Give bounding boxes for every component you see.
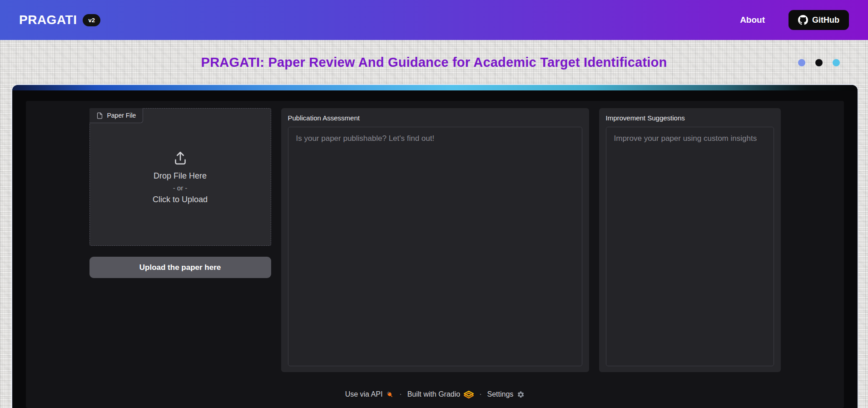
github-octocat-icon — [798, 15, 808, 25]
github-button[interactable]: GitHub — [789, 10, 849, 30]
built-with-gradio-link[interactable]: Built with Gradio — [407, 390, 474, 398]
upload-paper-button[interactable]: Upload the paper here — [89, 257, 271, 278]
plug-icon — [386, 391, 394, 398]
click-to-upload-link[interactable]: Click to Upload — [153, 195, 208, 204]
assessment-textbox[interactable] — [288, 127, 582, 366]
github-button-label: GitHub — [812, 15, 839, 25]
use-via-api-link[interactable]: Use via API — [345, 390, 394, 398]
assessment-panel: Publication Assessment — [281, 108, 589, 372]
assessment-column: Publication Assessment — [281, 108, 589, 372]
file-dropzone[interactable]: Paper File Drop File Here - or - Click t… — [89, 108, 271, 246]
gradio-footer: Use via API · Built with Gradio · Settin… — [26, 390, 844, 398]
built-with-gradio-label: Built with Gradio — [407, 390, 461, 398]
about-link[interactable]: About — [740, 15, 765, 25]
footer-separator: · — [399, 390, 402, 398]
file-block-label: Paper File — [89, 108, 144, 123]
settings-label: Settings — [487, 390, 514, 398]
page-title: PRAGATI: Paper Review And Guidance for A… — [201, 55, 667, 70]
file-icon — [96, 112, 103, 119]
black-dot — [815, 59, 823, 66]
drop-file-text: Drop File Here — [154, 171, 207, 181]
gradio-logo-icon — [464, 391, 474, 398]
periwinkle-dot — [798, 59, 805, 66]
gear-icon — [517, 391, 525, 398]
use-via-api-label: Use via API — [345, 390, 383, 398]
header-nav: About GitHub — [740, 10, 849, 30]
suggestions-textbox[interactable] — [606, 127, 774, 366]
app-inner-container: Paper File Drop File Here - or - Click t… — [26, 101, 844, 408]
title-row: PRAGATI: Paper Review And Guidance for A… — [0, 40, 868, 85]
cyan-dot — [833, 59, 840, 66]
suggestions-panel: Improvement Suggestions — [599, 108, 781, 372]
accent-gradient-bar — [12, 85, 858, 90]
footer-separator-2: · — [479, 390, 481, 398]
content-row: Paper File Drop File Here - or - Click t… — [89, 108, 781, 372]
header-bar: PRAGATI v2 About GitHub — [0, 0, 868, 40]
upload-tray-icon — [172, 150, 188, 166]
brand-group: PRAGATI v2 — [19, 13, 100, 27]
brand-logo: PRAGATI — [19, 13, 77, 27]
upload-column: Paper File Drop File Here - or - Click t… — [89, 108, 271, 372]
app-card: Paper File Drop File Here - or - Click t… — [12, 85, 858, 408]
settings-link[interactable]: Settings — [487, 390, 525, 398]
suggestions-label: Improvement Suggestions — [606, 114, 774, 122]
assessment-label: Publication Assessment — [288, 114, 582, 122]
suggestions-column: Improvement Suggestions — [599, 108, 781, 372]
or-text: - or - — [173, 184, 188, 192]
file-block-label-text: Paper File — [107, 112, 136, 119]
version-badge: v2 — [83, 14, 100, 26]
status-dots — [798, 59, 840, 66]
